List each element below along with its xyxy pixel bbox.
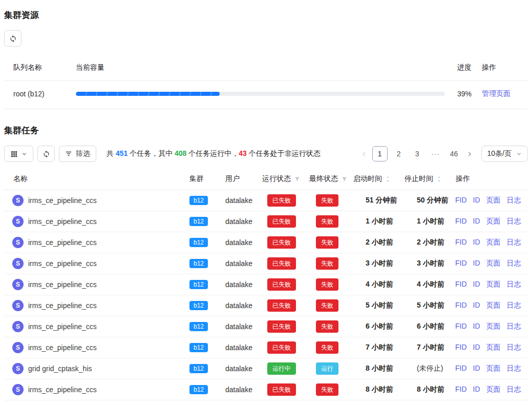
run-status-cell: 已失败 <box>258 383 305 396</box>
task-name: irms_ce_pipeline_ccs <box>28 386 97 394</box>
sorter-icon[interactable] <box>385 175 391 183</box>
column-title: 集群 <box>189 174 204 184</box>
final-status-badge: 失败 <box>316 278 338 291</box>
action-log[interactable]: 日志 <box>507 259 521 268</box>
sorter-icon[interactable] <box>436 175 442 183</box>
task-name-cell: Sirms_ce_pipeline_ccs <box>4 195 185 206</box>
chevron-down-icon <box>516 151 522 157</box>
action-log[interactable]: 日志 <box>507 196 521 205</box>
action-id[interactable]: ID <box>473 196 480 205</box>
action-page[interactable]: 页面 <box>486 217 501 226</box>
pagination-page-46[interactable]: 46 <box>447 147 461 161</box>
action-fid[interactable]: FID <box>455 385 467 394</box>
pagination-prev-button[interactable] <box>359 150 368 158</box>
action-fid[interactable]: FID <box>455 343 467 352</box>
action-page[interactable]: 页面 <box>486 238 501 247</box>
task-user: datalake <box>221 386 258 394</box>
action-page[interactable]: 页面 <box>486 364 501 373</box>
action-page[interactable]: 页面 <box>486 280 501 289</box>
task-user: datalake <box>221 364 258 373</box>
run-status-badge: 已失败 <box>267 299 296 312</box>
final-status-cell: 失败 <box>305 215 349 228</box>
column-settings-button[interactable] <box>4 146 33 162</box>
start-time: 2 小时前 <box>349 238 400 247</box>
action-page[interactable]: 页面 <box>486 259 501 268</box>
action-id[interactable]: ID <box>473 280 480 289</box>
pagination-page-2[interactable]: 2 <box>392 147 406 161</box>
table-row: Sirms_ce_pipeline_ccsb12datalake已失败失败2 小… <box>4 232 528 253</box>
action-page[interactable]: 页面 <box>486 301 501 310</box>
pagination-page-1[interactable]: 1 <box>372 146 388 161</box>
action-page[interactable]: 页面 <box>486 196 501 205</box>
pagination-ellipsis[interactable]: ··· <box>429 147 443 161</box>
column-header-stop-time[interactable]: 停止时间 <box>400 174 452 184</box>
pagination-page-3[interactable]: 3 <box>410 147 424 161</box>
action-id[interactable]: ID <box>473 322 480 331</box>
action-id[interactable]: ID <box>473 364 480 373</box>
stop-time: 6 小时前 <box>400 322 452 331</box>
action-fid[interactable]: FID <box>455 259 467 268</box>
refresh-resources-button[interactable] <box>4 30 22 47</box>
start-time: 1 小时前 <box>349 217 400 226</box>
page-size-select[interactable]: 10条/页 <box>481 146 528 162</box>
refresh-tasks-button[interactable] <box>37 146 55 162</box>
action-id[interactable]: ID <box>473 259 480 268</box>
filter-icon[interactable] <box>341 176 348 183</box>
task-name: irms_ce_pipeline_ccs <box>28 301 97 310</box>
task-user: datalake <box>221 238 258 247</box>
cluster-cell: b12 <box>185 343 221 352</box>
capacity-progress-fill <box>76 92 220 96</box>
pagination-top: 123···46 <box>359 146 474 161</box>
final-status-cell: 失败 <box>305 383 349 396</box>
action-log[interactable]: 日志 <box>507 301 521 310</box>
task-name-cell: Sirms_ce_pipeline_ccs <box>4 258 185 269</box>
action-id[interactable]: ID <box>473 238 480 247</box>
filter-icon[interactable] <box>294 176 301 183</box>
action-log[interactable]: 日志 <box>507 364 521 373</box>
action-log[interactable]: 日志 <box>507 343 521 352</box>
filter-button[interactable]: 筛选 <box>59 146 96 162</box>
action-id[interactable]: ID <box>473 301 480 310</box>
cluster-cell: b12 <box>185 259 221 268</box>
action-id[interactable]: ID <box>473 217 480 226</box>
task-user: datalake <box>221 322 258 331</box>
summary-suffix: 个任务处于非运行状态 <box>247 149 321 157</box>
cluster-badge: b12 <box>189 280 208 289</box>
action-page[interactable]: 页面 <box>486 343 501 352</box>
action-fid[interactable]: FID <box>455 364 467 373</box>
action-fid[interactable]: FID <box>455 280 467 289</box>
task-user: datalake <box>221 259 258 268</box>
column-header-run-status[interactable]: 运行状态 <box>258 174 305 184</box>
action-fid[interactable]: FID <box>455 196 467 205</box>
queue-name: root (b12) <box>4 90 76 98</box>
action-page[interactable]: 页面 <box>486 322 501 331</box>
final-status-cell: 失败 <box>305 236 349 249</box>
action-page[interactable]: 页面 <box>486 385 501 394</box>
manage-page-link[interactable]: 管理页面 <box>482 89 510 97</box>
cluster-badge: b12 <box>189 196 208 205</box>
column-title: 运行状态 <box>262 174 291 184</box>
cluster-badge: b12 <box>189 343 208 352</box>
action-id[interactable]: ID <box>473 343 480 352</box>
action-log[interactable]: 日志 <box>507 280 521 289</box>
action-log[interactable]: 日志 <box>507 217 521 226</box>
tasks-table-header: 名称集群用户运行状态最终状态启动时间停止时间操作 <box>4 169 528 190</box>
action-fid[interactable]: FID <box>455 301 467 310</box>
action-fid[interactable]: FID <box>455 217 467 226</box>
action-log[interactable]: 日志 <box>507 238 521 247</box>
column-header-start-time[interactable]: 启动时间 <box>349 174 400 184</box>
action-fid[interactable]: FID <box>455 238 467 247</box>
action-fid[interactable]: FID <box>455 322 467 331</box>
column-header-final-status[interactable]: 最终状态 <box>305 174 349 184</box>
action-log[interactable]: 日志 <box>507 322 521 331</box>
table-row: Sirms_ce_pipeline_ccsb12datalake已失败失败6 小… <box>4 316 528 337</box>
task-name: irms_ce_pipeline_ccs <box>28 217 97 226</box>
chevron-right-icon <box>466 151 473 157</box>
pagination-next-button[interactable] <box>465 150 474 158</box>
action-id[interactable]: ID <box>473 385 480 394</box>
task-avatar: S <box>12 216 24 227</box>
action-log[interactable]: 日志 <box>507 385 521 394</box>
stopped-count: 43 <box>239 149 247 157</box>
task-name: grid grid_cptask_his <box>28 364 92 373</box>
task-avatar: S <box>12 300 24 311</box>
